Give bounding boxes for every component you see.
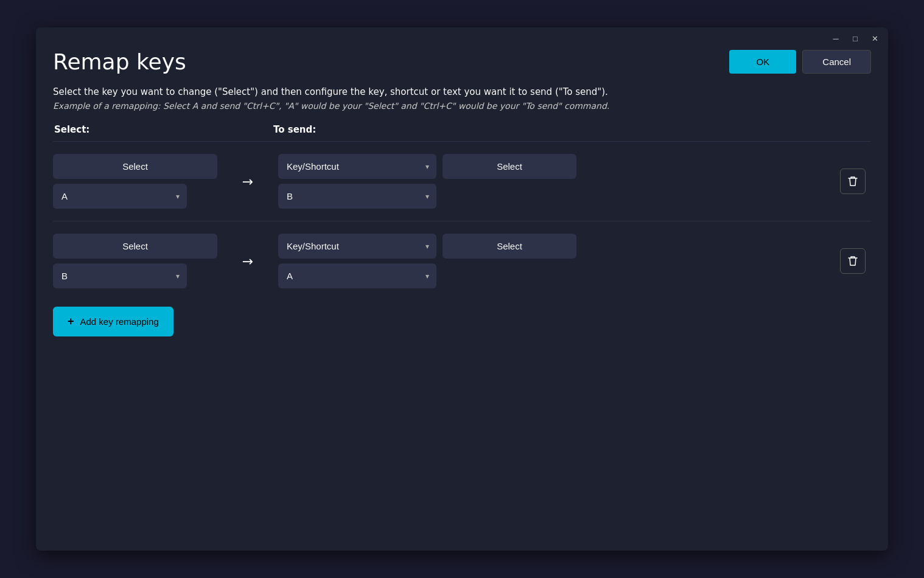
tosend-col-2: Key/Shortcut Text ▾ Select A B C ▾ bbox=[278, 234, 835, 288]
remap-keys-dialog: ─ □ ✕ Remap keys OK Cancel Select the ke… bbox=[36, 27, 888, 551]
select-dropdown-wrapper-2: A B C ▾ bbox=[53, 263, 187, 288]
trash-icon-2 bbox=[848, 256, 858, 266]
select-key-dropdown-2[interactable]: A B C bbox=[53, 263, 187, 288]
tosend-key-dropdown-1[interactable]: B A C bbox=[278, 184, 436, 209]
select-col-2: Select A B C ▾ bbox=[53, 234, 217, 288]
close-button[interactable]: ✕ bbox=[870, 33, 880, 43]
tosend-col-1: Key/Shortcut Text ▾ Select B A C ▾ bbox=[278, 154, 835, 209]
delete-button-1[interactable] bbox=[840, 169, 866, 194]
remap-row-1: Select A B C ▾ → Key/Shortcut bbox=[53, 141, 871, 221]
select-key-dropdown-1[interactable]: A B C bbox=[53, 184, 187, 209]
tosend-top-1: Key/Shortcut Text ▾ Select bbox=[278, 154, 835, 179]
remap-row-2: Select A B C ▾ → Key/Shortcut bbox=[53, 221, 871, 301]
tosend-key-dropdown-2[interactable]: A B C bbox=[278, 263, 436, 288]
tosend-type-dropdown-1[interactable]: Key/Shortcut Text bbox=[278, 154, 436, 179]
description-main: Select the key you want to change ("Sele… bbox=[53, 86, 871, 97]
select-button-1[interactable]: Select bbox=[53, 154, 217, 179]
tosend-key-wrapper-1: B A C ▾ bbox=[278, 184, 436, 209]
delete-col-2 bbox=[835, 248, 871, 274]
delete-col-1 bbox=[835, 169, 871, 194]
select-button-2[interactable]: Select bbox=[53, 234, 217, 259]
maximize-button[interactable]: □ bbox=[850, 33, 860, 43]
tosend-select-button-1[interactable]: Select bbox=[443, 154, 576, 179]
tosend-top-2: Key/Shortcut Text ▾ Select bbox=[278, 234, 835, 259]
tosend-type-wrapper-1: Key/Shortcut Text ▾ bbox=[278, 154, 436, 179]
tosend-key-wrapper-2: A B C ▾ bbox=[278, 263, 436, 288]
tosend-type-dropdown-2[interactable]: Key/Shortcut Text bbox=[278, 234, 436, 259]
tosend-select-button-2[interactable]: Select bbox=[443, 234, 576, 259]
minimize-button[interactable]: ─ bbox=[831, 33, 841, 43]
trash-icon-1 bbox=[848, 176, 858, 187]
add-key-remapping-button[interactable]: + Add key remapping bbox=[53, 307, 173, 336]
arrow-icon-2: → bbox=[242, 254, 253, 269]
tosend-type-wrapper-2: Key/Shortcut Text ▾ bbox=[278, 234, 436, 259]
col-select-label: Select: bbox=[54, 124, 225, 135]
arrow-icon-1: → bbox=[242, 174, 253, 189]
title-bar: ─ □ ✕ bbox=[36, 27, 888, 43]
col-tosend-label: To send: bbox=[273, 124, 316, 135]
delete-button-2[interactable] bbox=[840, 248, 866, 274]
select-col-1: Select A B C ▾ bbox=[53, 154, 217, 209]
dialog-body: Select the key you want to change ("Sele… bbox=[36, 86, 888, 551]
description: Select the key you want to change ("Sele… bbox=[53, 86, 871, 111]
cancel-button[interactable]: Cancel bbox=[802, 50, 871, 74]
select-dropdown-wrapper-1: A B C ▾ bbox=[53, 184, 187, 209]
arrow-col-1: → bbox=[217, 174, 278, 189]
header-buttons: OK Cancel bbox=[729, 50, 871, 74]
description-example: Example of a remapping: Select A and sen… bbox=[53, 101, 871, 111]
arrow-col-2: → bbox=[217, 254, 278, 269]
add-key-remapping-label: Add key remapping bbox=[80, 316, 159, 327]
ok-button[interactable]: OK bbox=[729, 50, 796, 74]
column-headers: Select: To send: bbox=[53, 124, 871, 135]
dialog-title: Remap keys bbox=[53, 49, 186, 74]
dialog-header: Remap keys OK Cancel bbox=[36, 43, 888, 86]
plus-icon: + bbox=[68, 315, 74, 328]
